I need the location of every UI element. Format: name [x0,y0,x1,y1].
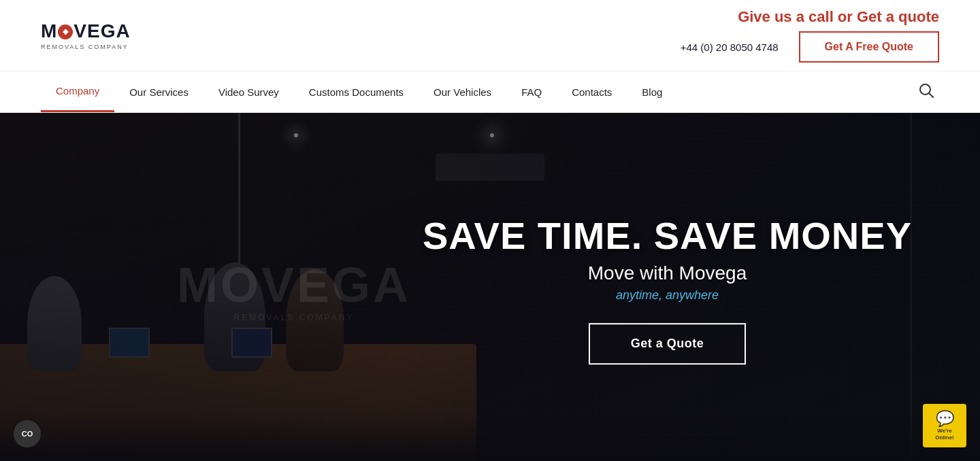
hero-subheadline: Move with Movega [423,262,912,284]
logo[interactable]: M◆VEGA REMOVALS COMPANY [41,20,131,50]
hero-headline: SAVE TIME. SAVE MONEY [423,215,912,257]
nav-item-faq[interactable]: FAQ [506,73,557,112]
svg-line-1 [930,93,934,97]
nav-item-our-services[interactable]: Our Services [114,73,203,112]
co-badge[interactable]: CO [14,420,41,447]
nav-items: Company Our Services Video Survey Custom… [41,71,913,112]
nav-item-customs-documents[interactable]: Customs Documents [294,73,419,112]
hero-content: SAVE TIME. SAVE MONEY Move with Movega a… [423,215,912,364]
svg-point-0 [920,84,930,95]
hero-cta-button[interactable]: Get a Quote [589,323,747,364]
nav-item-company[interactable]: Company [41,71,114,112]
free-quote-button[interactable]: Get A Free Quote [799,31,939,63]
hero-tagline: anytime, anywhere [423,288,912,303]
navbar: Company Our Services Video Survey Custom… [0,71,980,113]
co-badge-label: CO [22,430,33,438]
nav-item-contacts[interactable]: Contacts [557,73,627,112]
chat-widget-label: We'reOnline! [935,428,954,441]
chat-widget[interactable]: 💬 We'reOnline! [923,404,966,447]
nav-item-video-survey[interactable]: Video Survey [203,73,294,112]
logo-subtitle: REMOVALS COMPANY [41,44,131,50]
chat-icon: 💬 [936,410,954,428]
hero-watermark: MOVEGA REMOVALS COMPANY [177,257,411,322]
search-icon[interactable] [913,78,939,107]
nav-item-blog[interactable]: Blog [627,73,677,112]
hero-section: MOVEGA REMOVALS COMPANY SAVE TIME. SAVE … [0,113,980,461]
header-right: Give us a call or Get a quote +44 (0) 20… [681,8,939,63]
header-phone[interactable]: +44 (0) 20 8050 4748 [681,41,779,53]
header-cta-text: Give us a call or Get a quote [738,8,939,26]
logo-wordmark: M◆VEGA [41,20,131,42]
header: M◆VEGA REMOVALS COMPANY Give us a call o… [0,0,980,71]
nav-item-our-vehicles[interactable]: Our Vehicles [419,73,506,112]
